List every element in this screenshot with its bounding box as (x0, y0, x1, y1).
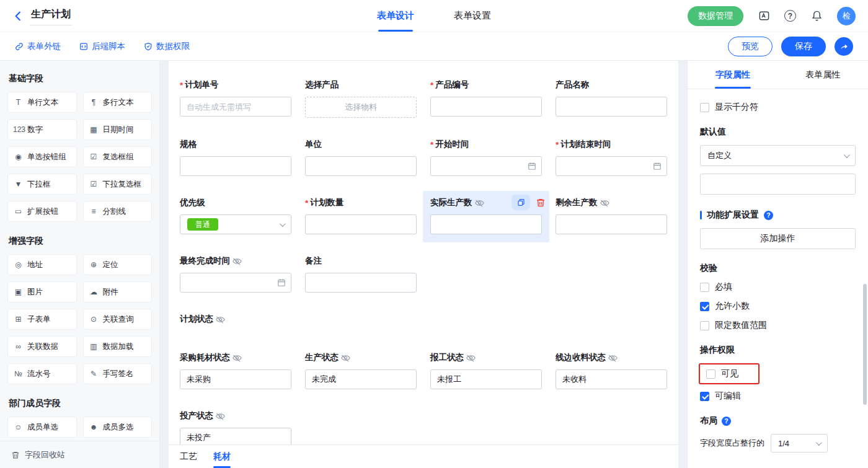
field-text-input[interactable] (430, 214, 542, 234)
permission-checkbox-row[interactable]: 可编辑 (700, 391, 856, 402)
field-text-input[interactable] (305, 156, 417, 176)
tab-consumables[interactable]: 耗材 (213, 445, 231, 468)
field-text-input[interactable] (180, 97, 291, 117)
thousand-separator-checkbox[interactable] (700, 103, 709, 112)
field-type-item[interactable]: ☑ 下拉复选框 (83, 174, 153, 195)
form-field[interactable]: * 计划结束时间 (556, 139, 667, 176)
validation-checkbox-row[interactable]: 限定数值范围 (700, 320, 856, 331)
field-type-item[interactable]: ⊞ 子表单 (7, 309, 77, 330)
tab-form-settings[interactable]: 表单设置 (454, 0, 491, 32)
field-type-item[interactable]: ☻ 成员多选 (83, 417, 153, 438)
form-field[interactable]: 线边收料状态 (556, 352, 667, 389)
field-type-item[interactable]: ☑ 复选框组 (83, 146, 153, 167)
field-text-input[interactable] (305, 214, 417, 234)
form-field[interactable]: * 计划单号 (180, 79, 291, 118)
form-field[interactable]: 选择产品 选择物料 (305, 79, 417, 118)
field-text-input[interactable] (430, 369, 542, 389)
field-text-input[interactable] (180, 369, 291, 389)
form-field[interactable]: 优先级 普通 (180, 197, 291, 234)
field-text-input[interactable] (556, 369, 667, 389)
validation-checkbox-row[interactable]: 必填 (700, 281, 856, 293)
tab-form-design[interactable]: 表单设计 (377, 0, 414, 32)
thousand-separator-row[interactable]: 显示千分符 (700, 102, 856, 113)
form-field[interactable]: 规格 (180, 139, 291, 176)
field-text-input[interactable] (305, 273, 417, 293)
validation-checkbox-row[interactable]: 允许小数 (700, 301, 856, 312)
delete-field-button[interactable] (536, 198, 546, 208)
field-type-item[interactable]: ≡ 分割线 (83, 201, 153, 222)
form-field[interactable]: 采购耗材状态 (180, 352, 291, 389)
date-input-field[interactable] (180, 273, 291, 293)
extension-help-icon[interactable] (764, 211, 773, 220)
data-permission-link[interactable]: 数据权限 (144, 41, 190, 52)
checkbox[interactable] (700, 302, 709, 311)
field-type-item[interactable]: ▣ 图片 (7, 281, 77, 302)
field-type-item[interactable]: ✎ 手写签名 (83, 363, 153, 384)
form-field[interactable]: 产品名称 (556, 79, 667, 118)
form-external-link[interactable]: 表单外链 (15, 41, 61, 52)
field-text-input[interactable] (305, 369, 417, 389)
date-input-field[interactable] (556, 156, 667, 176)
date-input[interactable] (430, 156, 542, 176)
form-field[interactable]: 实际生产数 (423, 191, 549, 242)
field-type-item[interactable]: № 流水号 (7, 363, 77, 384)
field-type-item[interactable]: ⊕ 定位 (83, 254, 153, 275)
field-recycle-bin[interactable]: 字段回收站 (0, 441, 159, 468)
bell-icon[interactable] (810, 9, 823, 23)
field-type-item[interactable]: 123 数字 (7, 119, 77, 140)
form-field[interactable]: 计划状态 (180, 314, 667, 331)
language-icon[interactable] (757, 9, 771, 23)
form-field[interactable]: 剩余生产数 (556, 197, 667, 234)
form-field[interactable]: * 开始时间 (430, 139, 542, 176)
field-type-item[interactable]: ◉ 单选按钮组 (7, 146, 77, 167)
field-type-item[interactable]: ▥ 数据加载 (83, 336, 153, 357)
avatar[interactable]: 检 (837, 7, 856, 25)
field-text-input[interactable] (430, 97, 542, 117)
field-type-item[interactable]: ∞ 关联数据 (7, 336, 77, 357)
form-field[interactable]: 生产状态 (305, 352, 417, 389)
save-button[interactable]: 保存 (781, 37, 826, 56)
form-field[interactable]: 报工状态 (430, 352, 542, 389)
field-type-item[interactable]: ▦ 日期时间 (83, 119, 153, 140)
checkbox[interactable] (706, 369, 715, 379)
form-field[interactable]: 备注 (305, 255, 417, 293)
back-button[interactable] (12, 11, 24, 22)
backend-script-link[interactable]: 后端脚本 (79, 41, 125, 52)
default-value-select[interactable]: 自定义 (700, 145, 856, 166)
field-type-item[interactable]: ☁ 附件 (83, 281, 153, 302)
date-input[interactable] (556, 156, 667, 176)
checkbox[interactable] (700, 392, 709, 401)
tab-process[interactable]: 工艺 (180, 445, 197, 468)
field-type-item[interactable]: ▼ 下拉框 (7, 174, 77, 195)
form-field[interactable]: * 计划数量 (305, 197, 417, 234)
field-width-select[interactable]: 1/4 (771, 434, 828, 453)
form-field[interactable]: 投产状态 (180, 410, 291, 444)
add-operation-button[interactable]: 添加操作 (700, 228, 856, 249)
field-text-input[interactable] (180, 428, 291, 444)
default-value-input[interactable] (700, 174, 856, 195)
date-input-field[interactable] (430, 156, 542, 176)
layout-help-icon[interactable] (722, 417, 731, 426)
help-icon[interactable] (784, 10, 796, 22)
field-type-item[interactable]: ¶ 多行文本 (83, 92, 153, 113)
field-text-input[interactable] (556, 97, 667, 117)
form-field[interactable]: 单位 (305, 139, 417, 176)
field-text-input[interactable] (180, 156, 291, 176)
date-input[interactable] (180, 273, 291, 293)
panel-scrollbar-thumb[interactable] (863, 284, 867, 405)
tab-form-properties[interactable]: 表单属性 (778, 61, 868, 89)
product-picker[interactable]: 选择物料 (305, 97, 417, 118)
field-text-input[interactable] (556, 214, 667, 234)
permission-checkbox-row[interactable]: 可见 (699, 363, 760, 384)
field-type-item[interactable]: T 单行文本 (7, 92, 77, 113)
field-type-item[interactable]: ◎ 地址 (7, 254, 77, 275)
form-field[interactable]: * 产品编号 (430, 79, 542, 118)
checkbox[interactable] (700, 321, 709, 330)
field-type-item[interactable]: ⊙ 关联查询 (83, 309, 153, 330)
preview-button[interactable]: 预览 (728, 37, 773, 56)
data-manage-button[interactable]: 数据管理 (688, 6, 743, 26)
copy-field-button[interactable] (512, 195, 530, 210)
field-type-item[interactable]: ☺ 成员单选 (7, 417, 77, 438)
priority-select[interactable]: 普通 (180, 214, 291, 234)
tab-field-properties[interactable]: 字段属性 (688, 61, 778, 89)
